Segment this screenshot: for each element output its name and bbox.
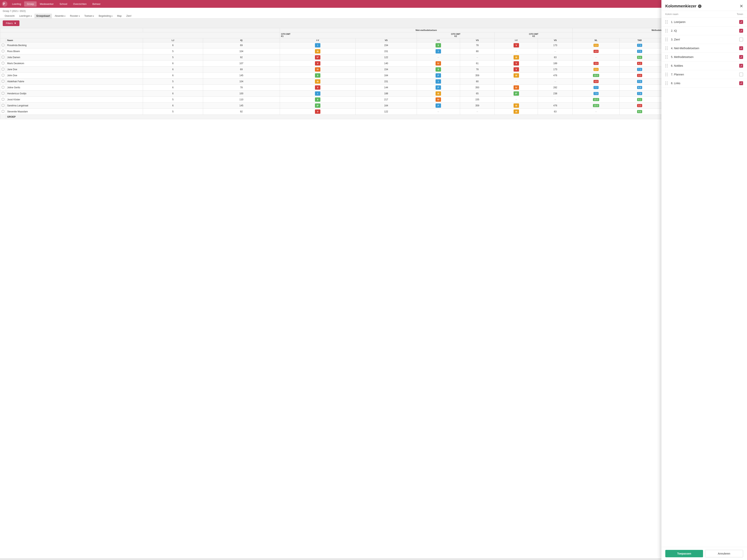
row-cito3-iv: II*: [495, 90, 538, 97]
row-check[interactable]: [0, 43, 6, 48]
row-cito1-vs: 154: [356, 43, 417, 48]
row-cito2-vs: 80: [460, 48, 495, 54]
row-cito3-iv: --: [495, 97, 538, 103]
filters-button[interactable]: Filters ▼: [3, 20, 20, 26]
info-icon[interactable]: i: [698, 4, 701, 8]
col-group-row: Niet-methodetoetsen Methodetoetsen: [0, 28, 747, 32]
row-check[interactable]: [0, 73, 6, 79]
row-check[interactable]: [0, 48, 6, 54]
tab-overzicht[interactable]: Overzicht: [3, 14, 17, 18]
column-name: 8. Links: [671, 82, 680, 85]
row-check[interactable]: [0, 90, 6, 97]
tab-absentie[interactable]: Absentie: [53, 14, 67, 18]
tab-toetsen[interactable]: Toetsen: [82, 14, 96, 18]
row-cito3-iv: III: [495, 109, 538, 115]
drag-handle[interactable]: [665, 38, 668, 41]
drag-handle[interactable]: [665, 64, 668, 68]
row-cito2-vs: 61: [460, 60, 495, 66]
row-cito1-iv: III: [280, 79, 356, 85]
panel-footer: Toepassen Annuleren: [662, 547, 747, 560]
row-iq: 104: [203, 48, 280, 54]
row-iq: 145: [203, 103, 280, 109]
row-cito2-iv: I*: [417, 73, 460, 79]
row-check[interactable]: [0, 66, 6, 73]
row-check[interactable]: [0, 103, 6, 109]
column-name: 1. Leerjaren: [671, 20, 686, 24]
row-naam: Julia Damen: [6, 54, 143, 60]
row-cito2-vs: 78: [460, 66, 495, 73]
row-cito1-iv: II*: [280, 103, 356, 109]
row-cito1-vs: 151: [356, 79, 417, 85]
row-check[interactable]: [0, 85, 6, 90]
drag-handle[interactable]: [665, 73, 668, 76]
row-cito3-vs: 63: [538, 54, 573, 60]
filters-bar: Filters ▼: [0, 19, 747, 28]
tab-map[interactable]: Map: [115, 14, 124, 18]
tab-zien[interactable]: Zien!: [124, 14, 133, 18]
row-lj: 6: [143, 43, 203, 48]
nav-leerling[interactable]: Leerling: [9, 1, 24, 7]
cancel-button[interactable]: Annuleren: [705, 550, 743, 557]
row-check[interactable]: [0, 54, 6, 60]
row-lj: 6: [143, 60, 203, 66]
panel-column-row: 2. IQ: [662, 26, 747, 35]
col-cito3-iv: I-V: [495, 38, 538, 43]
row-naam: Joline Gerits: [6, 85, 143, 90]
row-check[interactable]: [0, 79, 6, 85]
nav-medewerker[interactable]: Medewerker: [37, 1, 56, 7]
drag-handle[interactable]: [665, 47, 668, 50]
row-lj: 5: [143, 48, 203, 54]
row-cito3-iv: --: [495, 48, 538, 54]
row-cito1-iv: V: [280, 60, 356, 66]
tab-rooster[interactable]: Rooster: [68, 14, 82, 18]
row-lj: 5: [143, 79, 203, 85]
sub-group-row: CITO DMTK1 CITO DMTK2 CITO DMTK3: [0, 32, 747, 38]
column-checkbox[interactable]: [739, 46, 743, 50]
row-nl: 10.0: [573, 97, 620, 103]
nav-school[interactable]: School: [57, 1, 70, 7]
table-row: Joost Köster 5 110 II 217 IV 155 -- -- 1…: [0, 97, 747, 103]
col-header-row: Naam LJ IQ I-V VS I-V VS I-V VS NL TAB L…: [0, 38, 747, 43]
row-cito3-iv: V: [495, 43, 538, 48]
drag-handle[interactable]: [665, 20, 668, 24]
row-check[interactable]: [0, 109, 6, 115]
close-panel-button[interactable]: ✕: [740, 4, 743, 8]
row-cito2-vs: 65: [460, 90, 495, 97]
row-check[interactable]: [0, 60, 6, 66]
column-row-left: 1. Leerjaren: [665, 20, 686, 24]
panel-header: Kolommenkiezer i ✕: [662, 0, 747, 11]
column-checkbox[interactable]: [739, 55, 743, 59]
table-row: Jane Doe 6 69 IV 154 II 78 V 173 5.9 7.3…: [0, 66, 747, 73]
row-cito1-vs: 164: [356, 73, 417, 79]
nav-groep[interactable]: Groep: [24, 1, 36, 7]
tab-begeleiding[interactable]: Begeleiding: [97, 14, 114, 18]
row-cito2-iv: II: [417, 43, 460, 48]
nav-beheer[interactable]: Beheer: [90, 1, 103, 7]
tab-leerlingen[interactable]: Leerlingen: [17, 14, 34, 18]
drag-handle[interactable]: [665, 29, 668, 32]
drag-handle[interactable]: [665, 81, 668, 85]
col-check: [0, 38, 6, 43]
breadcrumb: Groep 7 (2021 / 2022): [3, 9, 744, 14]
column-checkbox[interactable]: [739, 73, 743, 76]
apply-button[interactable]: Toepassen: [665, 550, 703, 557]
nav-overzichten[interactable]: Overzichten: [71, 1, 89, 7]
column-checkbox[interactable]: [739, 64, 743, 68]
column-row-left: 5. Methodetoetsen: [665, 55, 694, 59]
column-checkbox[interactable]: [739, 37, 743, 42]
row-check[interactable]: [0, 97, 6, 103]
column-checkbox[interactable]: [739, 20, 743, 24]
tab-groepskaart[interactable]: Groepskaart: [34, 14, 52, 18]
row-naam: Rosalinda Becking: [6, 43, 143, 48]
drag-handle[interactable]: [665, 55, 668, 59]
table-row: Sandrina Langstraat 6 145 II* 164 I* 359…: [0, 103, 747, 109]
column-checkbox[interactable]: [739, 81, 743, 85]
table-body: Rosalinda Becking 6 69 I 154 II 78 V 173…: [0, 43, 747, 119]
column-checkbox[interactable]: [739, 29, 743, 33]
row-cito2-iv: IV: [417, 97, 460, 103]
row-cito1-iv: V: [280, 85, 356, 90]
row-nl: 3.9: [573, 60, 620, 66]
row-naam: Jane Doe: [6, 66, 143, 73]
col-cito2-vs: VS: [460, 38, 495, 43]
row-cito1-vs: 188: [356, 90, 417, 97]
